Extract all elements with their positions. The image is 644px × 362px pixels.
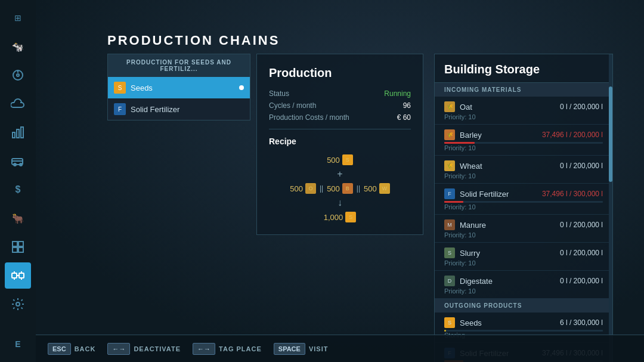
barley-icon: 🌾 — [444, 129, 455, 140]
slurry-row: S Slurry 0 l / 200,000 l — [444, 247, 603, 258]
back-label: BACK — [75, 345, 96, 352]
manure-row: M Manure 0 l / 200,000 l — [444, 219, 603, 230]
production-chains-panel: PRODUCTION FOR SEEDS AND FERTILIZ... S S… — [107, 54, 250, 120]
recipe-arrow: ↓ — [338, 197, 342, 208]
solid-fert-in-fill — [444, 201, 463, 203]
sidebar-item-chains[interactable] — [5, 262, 31, 289]
tag-label: TAG PLACE — [219, 345, 262, 352]
seeds-out-row: S Seeds 6 l / 300,000 l — [444, 317, 603, 328]
sidebar-item-settings[interactable] — [5, 291, 31, 317]
svg-point-20 — [16, 302, 20, 306]
recipe-title: Recipe — [269, 137, 411, 146]
barley-progress-bar — [444, 142, 603, 144]
sidebar-item-minimap[interactable]: ⊞ — [5, 5, 31, 31]
barley-priority: Priority: 10 — [444, 144, 603, 151]
recipe-input3: 500 B — [327, 183, 353, 194]
bottom-bar: ESC BACK ←→ DEACTIVATE ←→ TAG PLACE SPAC… — [0, 335, 644, 362]
recipe-input2-amount: 500 — [290, 184, 303, 193]
recipe-input234-row: 500 O || 500 B || 500 W — [290, 183, 390, 194]
scroll-indicator[interactable] — [609, 54, 612, 362]
recipe-output-row: 1,000 S — [324, 212, 357, 222]
production-panel: Production Status Running Cycles / month… — [256, 54, 423, 235]
sidebar-item-extra[interactable]: E — [5, 331, 31, 357]
oat-row: 🌾 Oat 0 l / 200,000 l — [444, 101, 603, 112]
svg-rect-4 — [17, 129, 19, 138]
storage-item-wheat: 🌾 Wheat 0 l / 200,000 l Priority: 10 — [435, 156, 612, 184]
svg-point-1 — [17, 74, 19, 76]
esc-key[interactable]: ESC — [48, 343, 71, 355]
sidebar-item-production[interactable] — [5, 234, 31, 260]
tag-key[interactable]: ←→ — [193, 343, 215, 355]
solid-fert-chain-icon: F — [114, 103, 126, 115]
manure-name: M Manure — [444, 219, 486, 230]
barley-label: Barley — [460, 131, 482, 140]
digestate-icon: D — [444, 276, 455, 286]
seeds-out-icon: S — [444, 317, 455, 328]
recipe-seed-icon: S — [342, 154, 353, 165]
solid-fert-in-priority: Priority: 10 — [444, 203, 603, 211]
seeds-out-name: S Seeds — [444, 317, 482, 328]
costs-label: Production Costs / month — [269, 113, 349, 122]
solid-fert-in-amount: 37,496 l / 300,000 l — [542, 190, 603, 198]
digestate-row: D Digestate 0 l / 200,000 l — [444, 276, 603, 286]
barley-row: 🌾 Barley 37,496 l / 200,000 l — [444, 129, 603, 140]
page-title: PRODUCTION CHAINS — [107, 33, 280, 48]
seeds-chain-label: Seeds — [131, 83, 153, 92]
svg-rect-10 — [18, 242, 23, 246]
oat-icon: 🌾 — [444, 101, 455, 112]
manure-amount: 0 l / 200,000 l — [560, 221, 603, 229]
cycles-value: 96 — [403, 101, 411, 110]
sidebar-item-finances[interactable]: $ — [5, 177, 31, 203]
recipe-output: 1,000 S — [324, 212, 357, 222]
recipe-sep2: || — [357, 184, 360, 193]
costs-row: Production Costs / month € 60 — [269, 113, 411, 122]
recipe-input4-amount: 500 — [364, 184, 377, 193]
barley-progress-fill — [444, 142, 475, 144]
incoming-section-header: INCOMING MATERIALS — [435, 83, 612, 97]
chains-panel-header: PRODUCTION FOR SEEDS AND FERTILIZ... — [108, 54, 250, 77]
divider — [269, 129, 411, 129]
sidebar-item-steering[interactable] — [5, 62, 31, 88]
storage-item-oat: 🌾 Oat 0 l / 200,000 l Priority: 10 — [435, 97, 612, 125]
deactivate-label: DEACTIVATE — [134, 345, 181, 352]
storage-title: Building Storage — [435, 54, 612, 83]
svg-rect-5 — [21, 127, 23, 138]
storage-item-manure: M Manure 0 l / 200,000 l Priority: 10 — [435, 215, 612, 243]
sidebar-item-stats[interactable] — [5, 119, 31, 146]
digestate-priority: Priority: 10 — [444, 287, 603, 295]
wheat-icon: 🌾 — [444, 160, 455, 171]
chain-item-seeds[interactable]: S Seeds — [108, 77, 250, 98]
sidebar-item-animals[interactable]: 🐄 — [5, 33, 31, 60]
wheat-label: Wheat — [460, 162, 482, 171]
solid-fert-in-label: Solid Fertilizer — [460, 190, 509, 199]
storage-item-digestate: D Digestate 0 l / 200,000 l Priority: 10 — [435, 271, 612, 299]
status-value: Running — [384, 89, 411, 98]
deactivate-key[interactable]: ←→ — [107, 343, 130, 355]
space-key[interactable]: SPACE — [274, 343, 305, 355]
production-panel-title: Production — [269, 66, 411, 80]
oat-label: Oat — [460, 103, 472, 112]
manure-label: Manure — [460, 221, 486, 230]
sidebar-item-livestock[interactable]: 🐂 — [5, 205, 31, 231]
digestate-label: Digestate — [460, 277, 493, 286]
recipe-oat-icon: O — [305, 183, 316, 194]
seeds-out-amount: 6 l / 300,000 l — [560, 318, 603, 327]
sidebar-item-weather[interactable] — [5, 91, 31, 117]
recipe-plus: + — [337, 169, 342, 180]
visit-label: VISIT — [309, 345, 329, 352]
chain-active-dot — [239, 85, 244, 90]
svg-rect-11 — [13, 247, 17, 252]
solid-fert-in-progress — [444, 201, 603, 203]
storage-item-solid-fert-in: F Solid Fertilizer 37,496 l / 300,000 l … — [435, 184, 612, 215]
wheat-name: 🌾 Wheat — [444, 160, 482, 171]
recipe-sep1: || — [320, 184, 323, 193]
sidebar: ⊞ 🐄 $ 🐂 E — [0, 0, 36, 362]
oat-name: 🌾 Oat — [444, 101, 472, 112]
recipe-input4: 500 W — [364, 183, 390, 194]
sidebar-item-vehicles[interactable] — [5, 148, 31, 174]
status-label: Status — [269, 89, 289, 98]
chain-item-solid-fert[interactable]: F Solid Fertilizer — [108, 98, 250, 120]
slurry-amount: 0 l / 200,000 l — [560, 249, 603, 257]
status-row: Status Running — [269, 89, 411, 98]
recipe-output-amount: 1,000 — [324, 213, 343, 222]
